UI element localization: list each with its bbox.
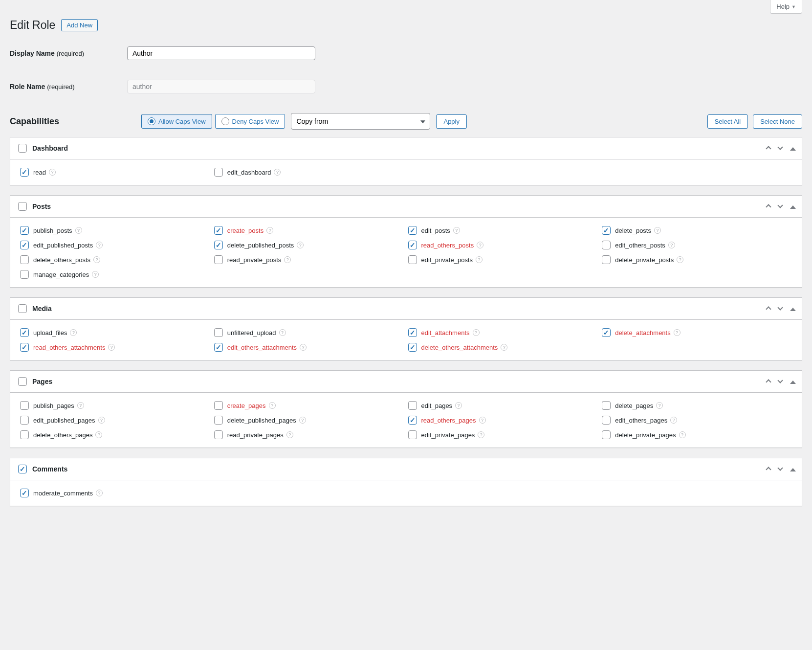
help-tab[interactable]: Help ▼ — [770, 0, 802, 14]
move-up-icon[interactable] — [767, 466, 770, 473]
capability-read_private_posts[interactable]: read_private_posts? — [212, 254, 406, 266]
capability-checkbox[interactable] — [602, 328, 611, 337]
capability-publish_posts[interactable]: publish_posts? — [18, 224, 212, 236]
capability-create_posts[interactable]: create_posts? — [212, 224, 406, 236]
capability-delete_attachments[interactable]: delete_attachments? — [600, 327, 794, 338]
capability-read[interactable]: read? — [18, 166, 212, 178]
capability-checkbox[interactable] — [602, 430, 611, 439]
move-up-icon[interactable] — [767, 305, 770, 313]
capability-checkbox[interactable] — [214, 168, 223, 177]
capability-checkbox[interactable] — [20, 416, 29, 425]
move-down-icon[interactable] — [778, 378, 782, 385]
capability-checkbox[interactable] — [408, 416, 417, 425]
help-icon[interactable]: ? — [49, 169, 56, 176]
help-icon[interactable]: ? — [70, 329, 77, 336]
capability-delete_others_posts[interactable]: delete_others_posts? — [18, 254, 212, 266]
capability-checkbox[interactable] — [214, 241, 223, 249]
move-up-icon[interactable] — [767, 203, 770, 210]
help-icon[interactable]: ? — [478, 431, 484, 438]
capability-edit_others_attachments[interactable]: edit_others_attachments? — [212, 341, 406, 353]
capability-edit_pages[interactable]: edit_pages? — [406, 400, 600, 411]
capability-checkbox[interactable] — [214, 416, 223, 425]
capability-upload_files[interactable]: upload_files? — [18, 327, 212, 338]
capability-edit_published_pages[interactable]: edit_published_pages? — [18, 414, 212, 426]
capability-checkbox[interactable] — [602, 255, 611, 264]
capability-delete_pages[interactable]: delete_pages? — [600, 400, 794, 411]
capability-unfiltered_upload[interactable]: unfiltered_upload? — [212, 327, 406, 338]
collapse-toggle-icon[interactable] — [790, 145, 796, 152]
capability-checkbox[interactable] — [20, 343, 29, 352]
capability-manage_categories[interactable]: manage_categories? — [18, 269, 212, 280]
help-icon[interactable]: ? — [473, 329, 480, 336]
help-icon[interactable]: ? — [670, 417, 677, 424]
help-icon[interactable]: ? — [476, 256, 483, 263]
allow-caps-view-radio[interactable]: Allow Caps View — [141, 114, 212, 129]
group-select-all-checkbox[interactable] — [18, 465, 27, 473]
capability-delete_private_posts[interactable]: delete_private_posts? — [600, 254, 794, 266]
capability-checkbox[interactable] — [408, 226, 417, 235]
capability-checkbox[interactable] — [408, 343, 417, 352]
help-icon[interactable]: ? — [455, 402, 462, 409]
capability-checkbox[interactable] — [214, 226, 223, 235]
move-up-icon[interactable] — [767, 145, 770, 152]
capability-delete_private_pages[interactable]: delete_private_pages? — [600, 429, 794, 441]
capability-checkbox[interactable] — [602, 226, 611, 235]
capability-checkbox[interactable] — [408, 401, 417, 410]
help-icon[interactable]: ? — [501, 344, 507, 351]
help-icon[interactable]: ? — [299, 417, 306, 424]
capability-edit_others_pages[interactable]: edit_others_pages? — [600, 414, 794, 426]
capability-create_pages[interactable]: create_pages? — [212, 400, 406, 411]
capability-edit_others_posts[interactable]: edit_others_posts? — [600, 239, 794, 251]
move-down-icon[interactable] — [778, 305, 782, 313]
capability-delete_others_attachments[interactable]: delete_others_attachments? — [406, 341, 600, 353]
capability-checkbox[interactable] — [214, 328, 223, 337]
capability-edit_attachments[interactable]: edit_attachments? — [406, 327, 600, 338]
capability-checkbox[interactable] — [408, 241, 417, 249]
capability-publish_pages[interactable]: publish_pages? — [18, 400, 212, 411]
help-icon[interactable]: ? — [75, 227, 82, 234]
help-icon[interactable]: ? — [477, 242, 483, 248]
capability-read_others_posts[interactable]: read_others_posts? — [406, 239, 600, 251]
group-select-all-checkbox[interactable] — [18, 377, 27, 386]
help-icon[interactable]: ? — [677, 256, 683, 263]
help-icon[interactable]: ? — [93, 256, 100, 263]
capability-checkbox[interactable] — [408, 430, 417, 439]
help-icon[interactable]: ? — [654, 227, 661, 234]
capability-checkbox[interactable] — [20, 328, 29, 337]
capability-edit_private_pages[interactable]: edit_private_pages? — [406, 429, 600, 441]
capability-checkbox[interactable] — [408, 255, 417, 264]
display-name-input[interactable] — [127, 46, 315, 60]
capability-checkbox[interactable] — [602, 416, 611, 425]
capability-edit_dashboard[interactable]: edit_dashboard? — [212, 166, 406, 178]
capability-checkbox[interactable] — [602, 241, 611, 249]
help-icon[interactable]: ? — [668, 242, 675, 248]
help-icon[interactable]: ? — [656, 402, 663, 409]
group-select-all-checkbox[interactable] — [18, 202, 27, 211]
capability-checkbox[interactable] — [20, 255, 29, 264]
capability-edit_posts[interactable]: edit_posts? — [406, 224, 600, 236]
apply-button[interactable]: Apply — [436, 114, 467, 129]
capability-edit_private_posts[interactable]: edit_private_posts? — [406, 254, 600, 266]
help-icon[interactable]: ? — [95, 431, 102, 438]
capability-checkbox[interactable] — [408, 328, 417, 337]
move-down-icon[interactable] — [778, 145, 782, 152]
capability-read_others_attachments[interactable]: read_others_attachments? — [18, 341, 212, 353]
help-icon[interactable]: ? — [96, 242, 103, 248]
capability-read_private_pages[interactable]: read_private_pages? — [212, 429, 406, 441]
move-down-icon[interactable] — [778, 203, 782, 210]
collapse-toggle-icon[interactable] — [790, 305, 796, 313]
help-icon[interactable]: ? — [284, 256, 291, 263]
capability-checkbox[interactable] — [214, 401, 223, 410]
help-icon[interactable]: ? — [297, 242, 304, 248]
help-icon[interactable]: ? — [92, 271, 99, 278]
move-up-icon[interactable] — [767, 378, 770, 385]
help-icon[interactable]: ? — [77, 402, 84, 409]
capability-checkbox[interactable] — [20, 401, 29, 410]
capability-checkbox[interactable] — [214, 430, 223, 439]
help-icon[interactable]: ? — [98, 417, 105, 424]
collapse-toggle-icon[interactable] — [790, 378, 796, 385]
capability-checkbox[interactable] — [20, 270, 29, 279]
collapse-toggle-icon[interactable] — [790, 203, 796, 210]
capability-moderate_comments[interactable]: moderate_comments? — [18, 487, 212, 499]
help-icon[interactable]: ? — [479, 417, 486, 424]
